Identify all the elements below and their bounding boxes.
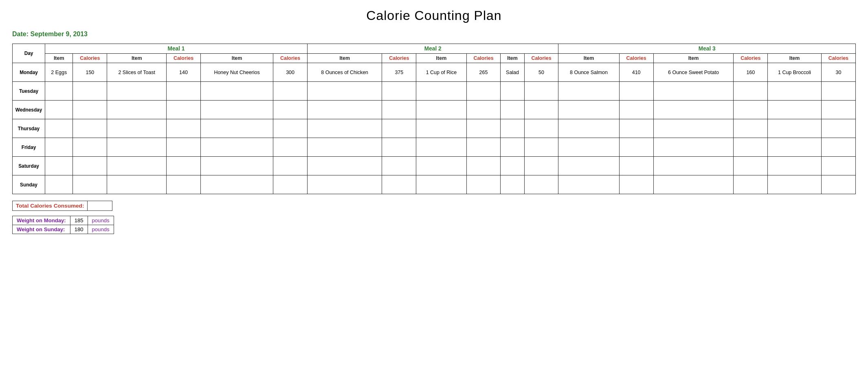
thursday-m3-item3 (768, 119, 822, 138)
meal2-header: Meal 2 (308, 44, 558, 54)
tuesday-m3-cal3 (821, 82, 855, 101)
thursday-m2-cal2 (466, 119, 501, 138)
total-calories-value (88, 201, 112, 210)
tuesday-m3-item3 (768, 82, 822, 101)
sunday-m1-item3 (200, 175, 273, 194)
monday-m2-item3: Salad (501, 63, 524, 82)
total-calories-label: Total Calories Consumed: (13, 201, 88, 210)
friday-day: Friday (13, 138, 45, 157)
saturday-m3-cal1 (619, 157, 653, 175)
saturday-m1-item2 (107, 157, 167, 175)
wednesday-row: Wednesday (13, 101, 856, 119)
friday-m2-item2 (416, 138, 466, 157)
monday-m3-item2: 6 Ounce Sweet Potato (653, 63, 734, 82)
wednesday-m1-item1 (45, 101, 73, 119)
wednesday-m1-item2 (107, 101, 167, 119)
summary-section: Total Calories Consumed: Weight on Monda… (12, 201, 856, 234)
friday-m3-cal1 (619, 138, 653, 157)
sunday-m2-cal1 (382, 175, 416, 194)
saturday-m1-cal3 (273, 157, 308, 175)
thursday-m1-cal2 (167, 119, 201, 138)
weight-sunday-label: Weight on Sunday: (13, 225, 70, 234)
sunday-m2-cal3 (524, 175, 558, 194)
thursday-m1-item3 (200, 119, 273, 138)
wednesday-m1-item3 (200, 101, 273, 119)
sunday-m1-cal3 (273, 175, 308, 194)
saturday-m2-item1 (308, 157, 382, 175)
tuesday-m2-cal3 (524, 82, 558, 101)
friday-m2-cal2 (466, 138, 501, 157)
meal1-cal2-header: Calories (167, 54, 201, 63)
saturday-m3-cal2 (734, 157, 768, 175)
wednesday-m3-cal1 (619, 101, 653, 119)
saturday-m3-item3 (768, 157, 822, 175)
tuesday-m2-item1 (308, 82, 382, 101)
monday-m1-item2: 2 Slices of Toast (107, 63, 167, 82)
wednesday-m2-item3 (501, 101, 524, 119)
saturday-m1-cal1 (73, 157, 107, 175)
meal3-cal1-header: Calories (619, 54, 653, 63)
saturday-m3-cal3 (821, 157, 855, 175)
monday-m2-cal3: 50 (524, 63, 558, 82)
thursday-m3-item1 (558, 119, 619, 138)
monday-m3-item3: 1 Cup Broccoli (768, 63, 822, 82)
wednesday-m1-cal3 (273, 101, 308, 119)
monday-m1-cal2: 140 (167, 63, 201, 82)
sunday-m3-item3 (768, 175, 822, 194)
monday-m2-item2: 1 Cup of Rice (416, 63, 466, 82)
meal1-cal3-header: Calories (273, 54, 308, 63)
saturday-m3-item1 (558, 157, 619, 175)
sunday-m2-item2 (416, 175, 466, 194)
saturday-m3-item2 (653, 157, 734, 175)
sunday-m2-item3 (501, 175, 524, 194)
weight-monday-label: Weight on Monday: (13, 216, 70, 225)
meal3-item3-header: Item (768, 54, 822, 63)
sunday-m1-item2 (107, 175, 167, 194)
friday-m3-item1 (558, 138, 619, 157)
meal2-item1-header: Item (308, 54, 382, 63)
sunday-m3-item2 (653, 175, 734, 194)
tuesday-m1-item3 (200, 82, 273, 101)
thursday-m1-item1 (45, 119, 73, 138)
friday-m1-cal2 (167, 138, 201, 157)
tuesday-m1-item2 (107, 82, 167, 101)
friday-m2-cal1 (382, 138, 416, 157)
friday-m2-item1 (308, 138, 382, 157)
tuesday-m1-cal1 (73, 82, 107, 101)
meal2-cal1-header: Calories (382, 54, 416, 63)
saturday-m1-item3 (200, 157, 273, 175)
weight-table: Weight on Monday: 185 pounds Weight on S… (12, 216, 114, 234)
thursday-m3-cal2 (734, 119, 768, 138)
page-title: Calorie Counting Plan (12, 8, 856, 23)
meal3-item2-header: Item (653, 54, 734, 63)
meal1-item1-header: Item (45, 54, 73, 63)
friday-m3-item2 (653, 138, 734, 157)
friday-m2-cal3 (524, 138, 558, 157)
monday-row: Monday 2 Eggs 150 2 Slices of Toast 140 … (13, 63, 856, 82)
wednesday-m3-cal3 (821, 101, 855, 119)
meal2-item2-header: Item (416, 54, 466, 63)
weight-monday-value: 185 (70, 216, 88, 225)
tuesday-day: Tuesday (13, 82, 45, 101)
thursday-m1-cal1 (73, 119, 107, 138)
day-column-header: Day (13, 44, 45, 63)
sunday-m2-item1 (308, 175, 382, 194)
thursday-m2-item1 (308, 119, 382, 138)
sunday-row: Sunday (13, 175, 856, 194)
wednesday-m3-item2 (653, 101, 734, 119)
wednesday-m3-item1 (558, 101, 619, 119)
friday-m1-cal1 (73, 138, 107, 157)
thursday-m3-item2 (653, 119, 734, 138)
sunday-m1-cal1 (73, 175, 107, 194)
meal2-cal2-header: Calories (466, 54, 501, 63)
saturday-day: Saturday (13, 157, 45, 175)
tuesday-m3-cal1 (619, 82, 653, 101)
meal3-cal2-header: Calories (734, 54, 768, 63)
friday-m2-item3 (501, 138, 524, 157)
wednesday-m2-cal2 (466, 101, 501, 119)
friday-m3-item3 (768, 138, 822, 157)
meal1-item2-header: Item (107, 54, 167, 63)
monday-m1-item3: Honey Nut Cheerios (200, 63, 273, 82)
friday-m3-cal3 (821, 138, 855, 157)
monday-m3-cal3: 30 (821, 63, 855, 82)
